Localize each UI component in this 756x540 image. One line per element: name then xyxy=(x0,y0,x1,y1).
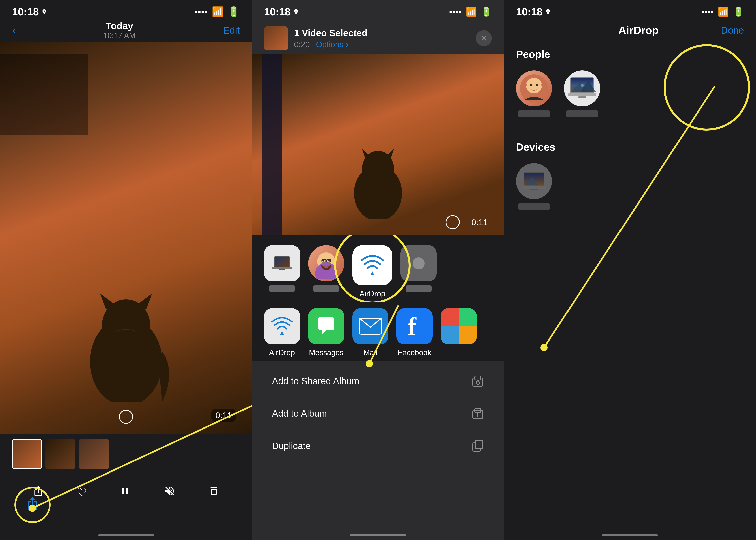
person-avatar-1 xyxy=(516,70,552,106)
share-app-gray[interactable] xyxy=(400,245,437,298)
share-app-airdrop-large[interactable]: AirDrop xyxy=(352,245,392,298)
share-mail[interactable]: Mail xyxy=(352,308,388,357)
close-icon: ✕ xyxy=(480,33,487,43)
contact-avatar-wrap xyxy=(308,245,344,281)
person-item-1[interactable] xyxy=(516,70,552,117)
svg-point-47 xyxy=(581,84,584,87)
status-time-3: 10:18 xyxy=(516,6,551,18)
share-play-indicator xyxy=(446,215,460,229)
thumbnail-2[interactable] xyxy=(46,439,75,469)
airdrop-nav: AirDrop Done xyxy=(504,20,756,42)
share-video-timer: 0:11 xyxy=(471,217,488,227)
share-app-contact[interactable] xyxy=(308,245,344,298)
pause-button[interactable] xyxy=(120,485,131,499)
time-label-1: 10:18 xyxy=(12,6,39,18)
edit-button[interactable]: Edit xyxy=(223,25,240,36)
people-row xyxy=(516,66,744,121)
contact-avatar-svg xyxy=(310,247,342,279)
back-button[interactable]: ‹ xyxy=(12,24,16,36)
airdrop-small-svg xyxy=(271,315,293,337)
svg-rect-48 xyxy=(568,93,596,96)
status-icons-2: ▪▪▪▪ 📶 🔋 xyxy=(449,7,492,17)
messages-icon xyxy=(308,308,344,344)
action-shared-album[interactable]: Add to Shared Album xyxy=(262,365,494,397)
svg-rect-14 xyxy=(279,269,285,270)
laptop-icon xyxy=(272,255,292,271)
airdrop-small-label: AirDrop xyxy=(269,348,295,357)
wifi-icon-3: 📶 xyxy=(718,7,729,17)
action-duplicate-label: Duplicate xyxy=(272,440,311,451)
thumbnail-3[interactable] xyxy=(79,439,109,469)
wifi-icon-1: 📶 xyxy=(212,6,224,18)
person-name-1 xyxy=(518,110,550,117)
share-video-preview: 0:11 xyxy=(252,55,504,235)
svg-rect-13 xyxy=(272,267,292,269)
location-icon-3 xyxy=(545,9,551,15)
battery-icon-2: 🔋 xyxy=(481,7,492,17)
panel-photos: 10:18 ▪▪▪▪ 📶 🔋 ‹ Today 10:17 AM Edit xyxy=(0,0,252,540)
messages-svg xyxy=(315,315,337,337)
gray-icon-svg xyxy=(409,254,428,272)
svg-point-29 xyxy=(477,380,479,381)
mail-svg xyxy=(358,317,382,335)
battery-icon-1: 🔋 xyxy=(228,6,240,18)
share-airdrop-small[interactable]: AirDrop xyxy=(264,308,300,357)
svg-text:f: f xyxy=(407,313,416,339)
people-label: People xyxy=(516,48,744,60)
signal-icon-1: ▪▪▪▪ xyxy=(194,6,208,18)
svg-rect-35 xyxy=(475,440,483,449)
device-item-1[interactable] xyxy=(516,163,552,210)
favorite-button[interactable]: ♡ xyxy=(77,486,87,499)
home-indicator-2 xyxy=(350,534,406,536)
share-facebook[interactable]: f Facebook xyxy=(396,308,433,357)
video-player[interactable]: 0:11 xyxy=(0,42,252,434)
contact-avatar xyxy=(308,245,344,281)
share-messages[interactable]: Messages xyxy=(308,308,344,357)
thumbnail-strip xyxy=(0,434,252,474)
delete-button[interactable] xyxy=(208,485,219,499)
mail-label: Mail xyxy=(363,348,378,357)
status-time-2: 10:18 xyxy=(264,6,299,18)
action-add-album-label: Add to Album xyxy=(272,408,327,419)
laptop-person-name xyxy=(269,286,295,292)
close-button[interactable]: ✕ xyxy=(476,30,492,46)
options-link[interactable]: Options xyxy=(316,40,344,49)
person-item-laptop[interactable] xyxy=(564,70,600,117)
nav-title-block: Today 10:17 AM xyxy=(103,20,136,40)
done-button[interactable]: Done xyxy=(721,25,744,36)
devices-row xyxy=(516,159,744,214)
airdrop-app-label: AirDrop xyxy=(360,290,385,298)
nav-bar-photos: ‹ Today 10:17 AM Edit xyxy=(0,20,252,42)
app-icon-laptop xyxy=(264,245,300,281)
svg-rect-54 xyxy=(522,186,546,189)
wifi-icon-2: 📶 xyxy=(466,7,477,17)
panel-share-sheet: 10:18 ▪▪▪▪ 📶 🔋 1 Video Selected 0:20 Opt… xyxy=(252,0,504,540)
share-annotation-circle xyxy=(14,487,51,523)
airdrop-devices-section: Devices xyxy=(504,135,756,220)
status-time-1: 10:18 xyxy=(12,6,47,18)
action-duplicate[interactable]: Duplicate xyxy=(262,430,494,462)
svg-rect-12 xyxy=(275,257,289,267)
thumbnail-1[interactable] xyxy=(12,439,42,469)
device-icon-1 xyxy=(516,163,552,199)
gray-app-icon xyxy=(400,245,437,281)
svg-point-22 xyxy=(412,257,425,269)
mail-icon xyxy=(352,308,388,344)
location-icon-1 xyxy=(41,9,47,15)
share-video-thumb xyxy=(264,26,288,50)
svg-point-57 xyxy=(540,344,548,351)
laptop-person-svg xyxy=(568,76,596,100)
add-album-icon xyxy=(472,407,484,420)
action-add-album[interactable]: Add to Album xyxy=(262,397,494,430)
panel-airdrop: 10:18 ▪▪▪▪ 📶 🔋 AirDrop Done People xyxy=(504,0,756,540)
share-app-row-2: AirDrop Messages xyxy=(252,302,504,361)
home-indicator-3 xyxy=(602,534,658,536)
contact-name xyxy=(313,286,339,292)
svg-point-41 xyxy=(536,84,538,86)
share-app-laptop[interactable] xyxy=(264,245,300,298)
mute-button[interactable] xyxy=(164,485,175,499)
device-name-1 xyxy=(518,203,550,210)
svg-rect-55 xyxy=(530,189,538,190)
airdrop-wifi-icon xyxy=(359,252,385,278)
share-more[interactable] xyxy=(441,308,477,357)
